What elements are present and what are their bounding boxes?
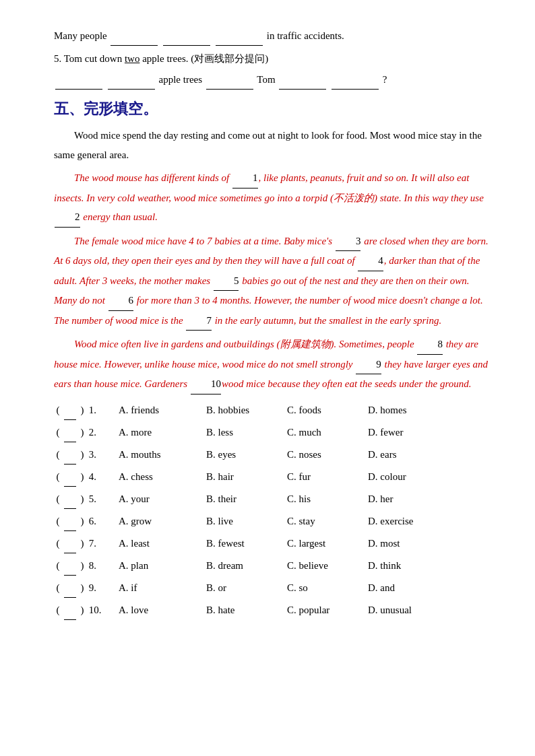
- choice-num-5: 5.: [86, 490, 119, 508]
- choice-blank-4: [64, 468, 76, 487]
- paren-open-1: (: [54, 401, 62, 419]
- choice-8a: A. plan: [119, 557, 206, 575]
- choice-num-4: 4.: [86, 468, 119, 486]
- blank-p3-5: 7: [186, 311, 212, 331]
- blank-row-3: [206, 71, 253, 90]
- choice-row-6: ( ) 6. A. grow B. live C. stay D. exerci…: [54, 512, 495, 531]
- choice-row-5: ( ) 5. A. your B. their C. his D. her: [54, 490, 495, 509]
- choice-num-2: 2.: [86, 423, 119, 442]
- paren-open-5: (: [54, 490, 62, 508]
- blank-p4-1: 8: [417, 335, 443, 355]
- p2-text3: energy than usual.: [81, 211, 158, 222]
- paren-open-3: (: [54, 446, 62, 464]
- choice-8b: B. dream: [206, 557, 287, 575]
- blank-p3-2: 4: [358, 251, 383, 271]
- choice-3d: D. ears: [368, 446, 495, 464]
- blank-1: [111, 27, 158, 46]
- choice-num-6: 6.: [86, 512, 119, 530]
- choice-1b: B. hobbies: [206, 401, 287, 419]
- choice-9c: C. so: [287, 579, 368, 597]
- choice-7d: D. most: [368, 535, 495, 553]
- choice-4c: C. fur: [287, 468, 368, 486]
- paren-open-9: (: [54, 579, 62, 597]
- choice-10d: D. unusual: [368, 601, 495, 619]
- tom-text: Tom: [257, 74, 278, 85]
- choice-blank-9: [64, 579, 76, 598]
- paren-open-4: (: [54, 468, 62, 486]
- choice-4b: B. hair: [206, 468, 287, 486]
- choice-num-8: 8.: [86, 557, 119, 575]
- choice-blank-2: [64, 423, 76, 442]
- choice-row-9: ( ) 9. A. if B. or C. so D. and: [54, 579, 495, 598]
- choice-row-4: ( ) 4. A. chess B. hair C. fur D. colour: [54, 468, 495, 487]
- traffic-line: Many people in traffic accidents.: [54, 27, 495, 46]
- paren-close-6: ): [78, 512, 86, 530]
- choice-3a: A. mouths: [119, 446, 206, 464]
- passage-p4: Wood mice often live in gardens and outb…: [54, 335, 495, 394]
- choice-6a: A. grow: [119, 512, 206, 530]
- choice-10a: A. love: [119, 601, 206, 619]
- blank-p4-2: 9: [356, 355, 381, 375]
- choice-3b: B. eyes: [206, 446, 287, 464]
- p4-text4: wood mice because they often eat the see…: [222, 378, 472, 389]
- choice-2c: C. much: [287, 423, 368, 442]
- choice-row-3: ( ) 3. A. mouths B. eyes C. noses D. ear…: [54, 446, 495, 465]
- choice-8c: C. believe: [287, 557, 368, 575]
- p2-text1: The wood mouse has different kinds of: [74, 172, 232, 183]
- choice-3c: C. noses: [287, 446, 368, 464]
- choice-5a: A. your: [119, 490, 206, 508]
- passage-p2: The wood mouse has different kinds of 1,…: [54, 168, 495, 228]
- p3-text1: The female wood mice have 4 to 7 babies …: [74, 236, 335, 246]
- choice-row-10: ( ) 10. A. love B. hate C. popular D. un…: [54, 601, 495, 620]
- paren-open-10: (: [54, 601, 62, 619]
- blanks-row: apple trees Tom ?: [54, 71, 495, 90]
- blank-row-4: [279, 71, 326, 90]
- sentence5-label: 5. Tom cut down: [54, 53, 125, 64]
- choice-5d: D. her: [368, 490, 495, 508]
- paren-close-5: ): [78, 490, 86, 508]
- choice-row-7: ( ) 7. A. least B. fewest C. largest D. …: [54, 535, 495, 553]
- blank-row-1: [55, 71, 102, 90]
- choice-1a: A. friends: [119, 401, 206, 419]
- paren-close-1: ): [78, 401, 86, 419]
- blank-p4-3: 10: [191, 374, 221, 394]
- sentence5-underline: two: [125, 53, 140, 64]
- choice-5c: C. his: [287, 490, 368, 508]
- sentence-5: 5. Tom cut down two apple trees. (对画线部分提…: [54, 50, 495, 68]
- choice-2a: A. more: [119, 423, 206, 442]
- paren-close-9: ): [78, 579, 86, 597]
- choice-num-9: 9.: [86, 579, 119, 597]
- choice-blank-5: [64, 490, 76, 509]
- blank-p2-1: 1: [232, 168, 258, 188]
- traffic-text-after: in traffic accidents.: [267, 30, 344, 41]
- paren-open-6: (: [54, 512, 62, 530]
- paren-close-8: ): [78, 557, 86, 575]
- blank-row-5: [332, 71, 379, 90]
- choice-row-2: ( ) 2. A. more B. less C. much D. fewer: [54, 423, 495, 442]
- choice-2d: D. fewer: [368, 423, 495, 442]
- apple-trees-text: apple trees: [159, 74, 205, 85]
- blank-2: [163, 27, 210, 46]
- choice-blank-1: [64, 401, 76, 420]
- choice-num-3: 3.: [86, 446, 119, 464]
- choice-9d: D. and: [368, 579, 495, 597]
- choice-7a: A. least: [119, 535, 206, 553]
- blank-p2-2: 2: [55, 207, 80, 228]
- choice-9a: A. if: [119, 579, 206, 597]
- choice-row-1: ( ) 1. A. friends B. hobbies C. foods D.…: [54, 401, 495, 420]
- p4-text1: Wood mice often live in gardens and outb…: [74, 339, 416, 349]
- choice-blank-8: [64, 557, 76, 576]
- section-title: 五、完形填空。: [54, 99, 495, 119]
- choice-5b: B. their: [206, 490, 287, 508]
- choice-10b: B. hate: [206, 601, 287, 619]
- choice-row-8: ( ) 8. A. plan B. dream C. believe D. th…: [54, 557, 495, 576]
- paren-close-10: ): [78, 601, 86, 619]
- choice-8d: D. think: [368, 557, 495, 575]
- choice-7b: B. fewest: [206, 535, 287, 553]
- blank-p3-4: 6: [108, 291, 134, 311]
- choice-10c: C. popular: [287, 601, 368, 619]
- paren-open-2: (: [54, 423, 62, 442]
- paren-open-8: (: [54, 557, 62, 575]
- choice-blank-7: [64, 535, 76, 553]
- choice-1c: C. foods: [287, 401, 368, 419]
